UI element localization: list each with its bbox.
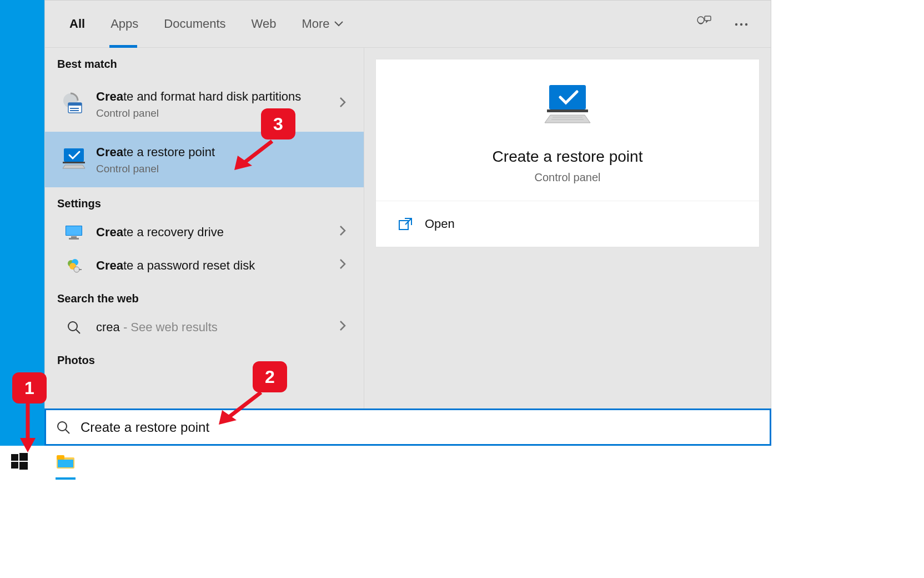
key-icon <box>57 257 91 274</box>
annotation-marker-3: 3 <box>261 108 295 139</box>
result-title: crea - See web results <box>96 319 334 336</box>
tab-apps[interactable]: Apps <box>108 2 140 46</box>
svg-rect-23 <box>549 85 586 109</box>
feedback-icon[interactable] <box>695 15 712 33</box>
monitor-icon <box>57 225 91 240</box>
result-web-search[interactable]: crea - See web results <box>45 311 364 344</box>
results-column: Best match Create and format hard disk p… <box>45 48 364 445</box>
search-panel: All Apps Documents Web More Best match <box>44 0 771 446</box>
svg-rect-34 <box>19 462 28 470</box>
active-tab-underline <box>109 45 137 48</box>
svg-rect-36 <box>57 455 64 460</box>
result-title: Create and format hard disk partitions <box>96 88 334 106</box>
start-button[interactable] <box>11 453 28 472</box>
svg-point-19 <box>74 267 79 272</box>
result-subtitle: Control panel <box>96 163 351 175</box>
annotation-marker-2: 2 <box>253 361 287 392</box>
more-options-icon[interactable] <box>734 19 749 29</box>
preview-title: Create a restore point <box>393 148 742 166</box>
result-format-disk[interactable]: Create and format hard disk partitions C… <box>45 76 364 132</box>
chevron-right-icon[interactable] <box>334 320 351 335</box>
monitor-check-large-icon <box>393 82 742 134</box>
svg-line-42 <box>243 141 272 163</box>
svg-line-22 <box>76 330 80 333</box>
tab-more[interactable]: More <box>299 2 345 46</box>
result-recovery-drive[interactable]: Create a recovery drive <box>45 216 364 249</box>
svg-rect-31 <box>11 454 18 461</box>
annotation-arrow-2 <box>211 389 267 434</box>
file-explorer-button[interactable] <box>56 453 76 472</box>
svg-rect-37 <box>58 460 73 467</box>
svg-point-4 <box>745 23 747 26</box>
chevron-right-icon[interactable] <box>334 97 351 111</box>
search-bar[interactable] <box>44 408 771 446</box>
svg-rect-14 <box>71 236 77 238</box>
svg-marker-39 <box>20 438 36 452</box>
result-password-reset[interactable]: Create a password reset disk <box>45 249 364 282</box>
section-photos: Photos <box>45 344 364 372</box>
search-tabs: All Apps Documents Web More <box>45 1 771 48</box>
preview-column: Create a restore point Control panel Ope… <box>364 48 771 445</box>
chevron-down-icon <box>334 21 343 27</box>
search-input[interactable] <box>81 420 760 435</box>
svg-rect-24 <box>547 109 588 112</box>
disk-icon <box>57 91 91 117</box>
svg-point-0 <box>697 17 704 23</box>
section-settings: Settings <box>45 187 364 216</box>
svg-point-21 <box>68 322 77 331</box>
result-subtitle: Control panel <box>96 107 334 119</box>
tab-web[interactable]: Web <box>249 2 279 46</box>
svg-point-3 <box>740 23 742 26</box>
result-restore-point[interactable]: Create a restore point Control panel <box>45 132 364 187</box>
action-open-label: Open <box>425 217 455 231</box>
search-icon <box>56 420 71 435</box>
svg-rect-27 <box>399 221 408 230</box>
chevron-right-icon[interactable] <box>334 225 351 240</box>
annotation-arrow-1 <box>17 403 39 454</box>
preview-card: Create a restore point Control panel Ope… <box>375 59 760 247</box>
result-title: Create a recovery drive <box>96 224 334 241</box>
annotation-marker-1: 1 <box>12 372 47 403</box>
svg-point-2 <box>735 23 737 26</box>
panel-body: Best match Create and format hard disk p… <box>45 48 771 445</box>
svg-rect-11 <box>63 162 85 163</box>
svg-rect-9 <box>70 110 79 111</box>
tab-documents[interactable]: Documents <box>162 2 228 46</box>
tab-all[interactable]: All <box>67 2 87 46</box>
svg-line-30 <box>66 430 69 434</box>
svg-rect-8 <box>70 108 79 109</box>
action-open[interactable]: Open <box>376 201 759 247</box>
section-search-web: Search the web <box>45 282 364 311</box>
tab-more-label: More <box>302 17 329 31</box>
svg-rect-15 <box>69 238 79 240</box>
preview-subtitle: Control panel <box>393 171 742 184</box>
annotation-arrow-3 <box>228 138 278 177</box>
svg-point-29 <box>58 422 67 431</box>
chevron-right-icon[interactable] <box>334 258 351 273</box>
open-icon <box>398 217 413 231</box>
result-title: Create a password reset disk <box>96 257 334 275</box>
tabs-right-icons <box>695 15 749 33</box>
svg-rect-7 <box>68 103 82 106</box>
svg-rect-10 <box>64 148 84 162</box>
search-icon <box>57 320 91 335</box>
svg-line-40 <box>228 392 261 418</box>
svg-rect-20 <box>79 269 82 270</box>
monitor-check-icon <box>57 147 91 172</box>
section-best-match: Best match <box>45 48 364 76</box>
taskbar <box>0 446 924 479</box>
svg-rect-33 <box>11 462 18 469</box>
svg-rect-1 <box>705 16 711 21</box>
result-title: Create a restore point <box>96 144 351 161</box>
svg-rect-13 <box>66 226 82 235</box>
svg-rect-32 <box>19 453 28 461</box>
